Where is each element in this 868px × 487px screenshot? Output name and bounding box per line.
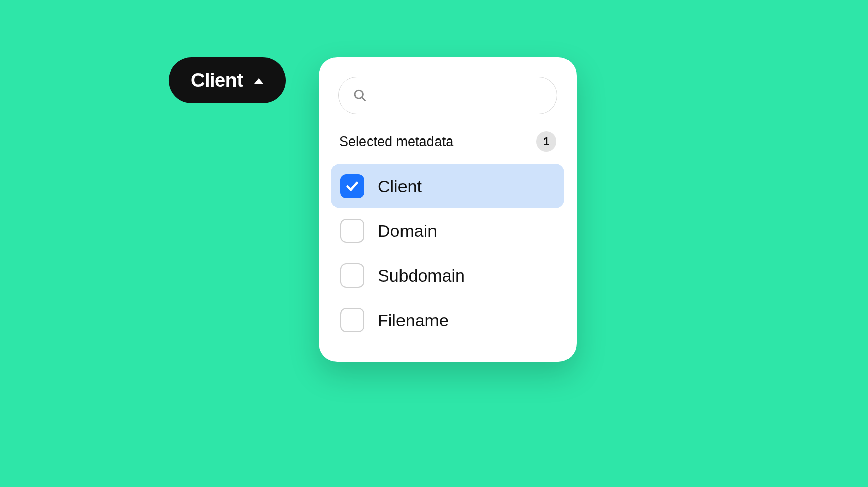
option-filename[interactable]: Filename [331, 298, 564, 342]
checkbox-client[interactable] [340, 174, 364, 198]
option-client[interactable]: Client [331, 164, 564, 208]
search-box[interactable] [338, 77, 557, 114]
option-domain[interactable]: Domain [331, 208, 564, 253]
option-label: Filename [378, 310, 449, 330]
section-label: Selected metadata [339, 134, 453, 150]
caret-up-icon [254, 78, 263, 84]
option-label: Subdomain [378, 266, 465, 286]
section-header: Selected metadata 1 [331, 131, 564, 159]
option-label: Domain [378, 221, 437, 241]
checkmark-icon [345, 179, 359, 193]
metadata-dropdown-panel: Selected metadata 1 Client Domain Subdom… [319, 57, 577, 362]
search-input[interactable] [375, 87, 557, 103]
option-subdomain[interactable]: Subdomain [331, 253, 564, 298]
filter-pill-button[interactable]: Client [169, 57, 286, 103]
filter-pill-label: Client [191, 69, 243, 91]
search-icon [353, 88, 367, 102]
checkbox-filename[interactable] [340, 308, 364, 332]
svg-line-1 [362, 97, 365, 100]
option-label: Client [378, 177, 422, 196]
selected-count-badge: 1 [536, 131, 556, 152]
checkbox-domain[interactable] [340, 219, 364, 243]
options-list: Client Domain Subdomain Filename [331, 164, 564, 342]
checkbox-subdomain[interactable] [340, 263, 364, 288]
